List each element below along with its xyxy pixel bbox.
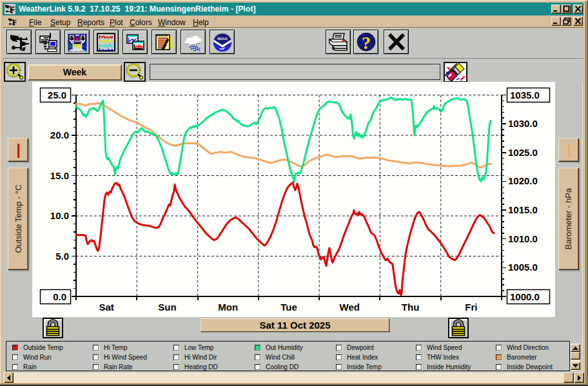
svg-text:0.0: 0.0 [53, 291, 66, 302]
svg-text:20.0: 20.0 [50, 130, 69, 140]
svg-text:NOAA: NOAA [217, 37, 228, 41]
svg-text:10.0: 10.0 [50, 210, 69, 221]
svg-text:Sun: Sun [158, 302, 176, 313]
svg-text:1035.0: 1035.0 [510, 90, 540, 101]
svg-text:1015.0: 1015.0 [508, 204, 538, 215]
svg-text:Tue: Tue [280, 302, 297, 313]
svg-text:25.0: 25.0 [48, 90, 66, 101]
svg-text:1005.0: 1005.0 [508, 262, 538, 273]
svg-text:Sat: Sat [99, 302, 113, 313]
svg-text:?: ? [362, 33, 371, 52]
svg-text:1010.0: 1010.0 [508, 233, 538, 244]
svg-text:5.0: 5.0 [55, 251, 69, 262]
svg-text:1000.0: 1000.0 [510, 291, 540, 302]
svg-text:Wed: Wed [340, 302, 360, 313]
svg-text:Mon: Mon [218, 302, 238, 313]
svg-text:Fri: Fri [465, 302, 477, 313]
svg-text:1030.0: 1030.0 [508, 118, 538, 129]
svg-text:1020.0: 1020.0 [508, 175, 538, 186]
svg-text:1025.0: 1025.0 [508, 147, 538, 158]
svg-text:15.0: 15.0 [50, 170, 69, 181]
svg-text:Thu: Thu [402, 302, 420, 313]
